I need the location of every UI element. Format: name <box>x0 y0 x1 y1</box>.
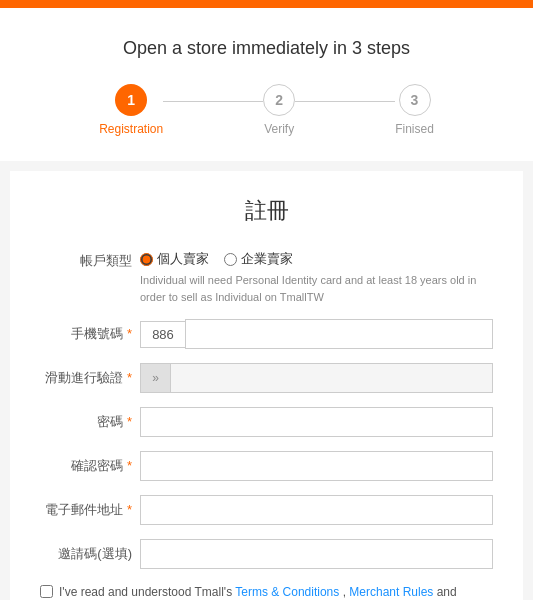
password-input[interactable] <box>140 407 493 437</box>
info-text: Individual will need Personal Identity c… <box>140 272 493 305</box>
confirm-password-content <box>140 451 493 481</box>
step-label-3: Finised <box>395 122 434 136</box>
page-title: Open a store immediately in 3 steps <box>20 38 513 59</box>
confirm-password-input[interactable] <box>140 451 493 481</box>
account-type-content: 個人賣家 企業賣家 Individual will need Personal … <box>140 246 493 305</box>
step-registration: 1 Registration <box>99 84 163 136</box>
individual-radio[interactable] <box>140 253 153 266</box>
step-line-2 <box>295 101 395 102</box>
password-label: 密碼 * <box>40 407 140 431</box>
confirm-password-label: 確認密碼 * <box>40 451 140 475</box>
company-radio-label[interactable]: 企業賣家 <box>224 250 293 268</box>
slider-row: 滑動進行驗證 * <box>40 363 493 393</box>
step-finised: 3 Finised <box>395 84 434 136</box>
individual-option-text: 個人賣家 <box>157 250 209 268</box>
step-label-2: Verify <box>264 122 294 136</box>
slider-content <box>140 363 493 393</box>
company-option-text: 企業賣家 <box>241 250 293 268</box>
password-content <box>140 407 493 437</box>
slider-handle[interactable] <box>141 364 171 392</box>
merchant-link[interactable]: Merchant Rules <box>349 585 433 599</box>
main-section: 註冊 帳戶類型 個人賣家 企業賣家 Individual will need P… <box>10 171 523 600</box>
account-type-row: 帳戶類型 個人賣家 企業賣家 Individual will need Pers… <box>40 246 493 305</box>
invite-code-input[interactable] <box>140 539 493 569</box>
email-label: 電子郵件地址 * <box>40 495 140 519</box>
email-input[interactable] <box>140 495 493 525</box>
phone-input[interactable] <box>185 319 493 349</box>
step-circle-1: 1 <box>115 84 147 116</box>
account-type-label: 帳戶類型 <box>40 246 140 270</box>
phone-input-group: 886 <box>140 319 493 349</box>
terms-checkbox[interactable] <box>40 585 53 598</box>
phone-row: 手機號碼 * 886 <box>40 319 493 349</box>
terms-link[interactable]: Terms & Conditions <box>235 585 339 599</box>
step-circle-2: 2 <box>263 84 295 116</box>
email-row: 電子郵件地址 * <box>40 495 493 525</box>
step-verify: 2 Verify <box>263 84 295 136</box>
step-label-1: Registration <box>99 122 163 136</box>
step-line-1 <box>163 101 263 102</box>
slider-label: 滑動進行驗證 * <box>40 363 140 387</box>
step-circle-3: 3 <box>399 84 431 116</box>
phone-label: 手機號碼 * <box>40 319 140 343</box>
company-radio[interactable] <box>224 253 237 266</box>
header-section: Open a store immediately in 3 steps 1 Re… <box>0 8 533 161</box>
invite-code-content <box>140 539 493 569</box>
top-bar <box>0 0 533 8</box>
steps-container: 1 Registration 2 Verify 3 Finised <box>20 84 513 136</box>
invite-code-label: 邀請碼(選填) <box>40 539 140 563</box>
terms-row: I've read and understood Tmall's Terms &… <box>40 583 493 600</box>
individual-radio-label[interactable]: 個人賣家 <box>140 250 209 268</box>
confirm-password-row: 確認密碼 * <box>40 451 493 481</box>
terms-text: I've read and understood Tmall's Terms &… <box>59 583 457 600</box>
radio-group: 個人賣家 企業賣家 <box>140 246 493 268</box>
form-title: 註冊 <box>40 196 493 226</box>
phone-prefix: 886 <box>140 321 185 348</box>
phone-content: 886 <box>140 319 493 349</box>
slider-container[interactable] <box>140 363 493 393</box>
invite-code-row: 邀請碼(選填) <box>40 539 493 569</box>
email-content <box>140 495 493 525</box>
password-row: 密碼 * <box>40 407 493 437</box>
